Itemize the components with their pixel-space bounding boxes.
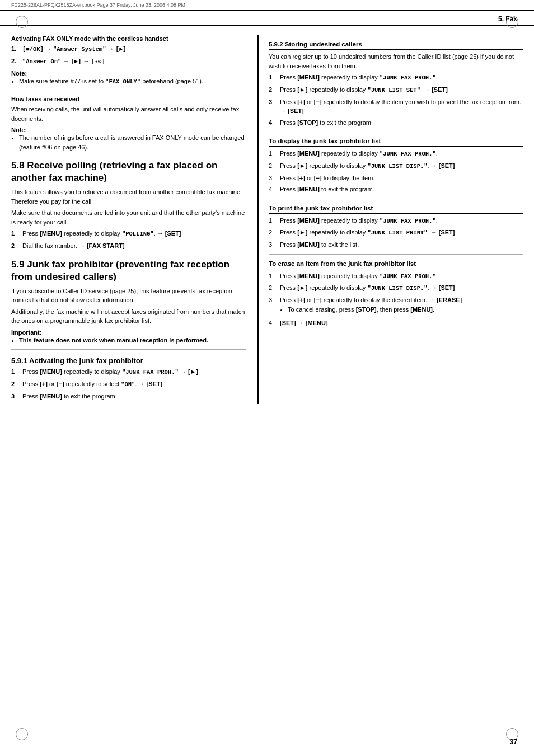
note-bullet-2: The number of rings before a call is ans…	[19, 133, 246, 152]
on-code: "ON"	[121, 381, 135, 388]
step1-answer-system: "Answer System"	[53, 46, 106, 53]
section-58-text2: Make sure that no documents are fed into…	[11, 208, 246, 227]
left-column: Activating FAX ONLY mode with the cordle…	[11, 35, 246, 404]
stop-erase: [STOP]	[356, 306, 377, 313]
step-2-58: 2 Dial the fax number. → [FAX START]	[11, 241, 246, 251]
erase-content-3: Press [+] or [−] repeatedly to display t…	[280, 295, 462, 316]
step-58-content-1: Press [MENU] repeatedly to display "POLL…	[22, 229, 246, 239]
step-591-num-2: 2	[11, 379, 19, 389]
set-592-3: [SET]	[288, 107, 304, 114]
step-591-content-1: Press [MENU] repeatedly to display "JUNK…	[22, 367, 246, 377]
divider-1	[11, 91, 246, 91]
menu-bold-1: [MENU]	[40, 230, 62, 237]
section-592: 5.9.2 Storing undesired callers You can …	[269, 41, 523, 127]
erase-content-1: Press [MENU] repeatedly to display "JUNK…	[280, 271, 438, 281]
section-591-steps: 1 Press [MENU] repeatedly to display "JU…	[11, 367, 246, 401]
print-step-2: 2. Press [►] repeatedly to display "JUNK…	[269, 228, 523, 238]
step-2-592: 2 Press [►] repeatedly to display "JUNK …	[269, 85, 523, 95]
step1-code: [■/OK]	[22, 46, 44, 53]
menu-erase-4: [MENU]	[306, 320, 328, 326]
step-591-content-2: Press [+] or [−] repeatedly to select "O…	[22, 379, 246, 389]
section-592-steps: 1 Press [MENU] repeatedly to display "JU…	[269, 73, 523, 127]
header-bar: FC225-226AL-PFQX2518ZA-en.book Page 37 F…	[0, 0, 534, 11]
print-num-1: 1.	[269, 216, 277, 226]
section-591-title: 5.9.1 Activating the junk fax prohibitor	[11, 356, 246, 365]
plus-erase: [+]	[297, 297, 305, 303]
erase-num-3: 3.	[269, 295, 277, 316]
divider-2	[11, 349, 246, 350]
step-592-content-4: Press [STOP] to exit the program.	[280, 118, 523, 128]
step-2-activating: 2. "Answer On" → [►] → [✦⊙]	[11, 57, 246, 67]
section-59: 5.9 Junk fax prohibitor (preventing fax …	[11, 259, 246, 345]
set-disp-2: [SET]	[439, 162, 455, 169]
note-bullets-1: Make sure feature #77 is set to "FAX ONL…	[19, 77, 246, 87]
erase-num-1: 1.	[269, 271, 277, 281]
section-591: 5.9.1 Activating the junk fax prohibitor…	[11, 356, 246, 401]
corner-decoration-tr	[506, 16, 518, 28]
menu-disp-4: [MENU]	[297, 186, 320, 192]
step-591-num-1: 1	[11, 367, 19, 377]
important-block: Important: This feature does not work wh…	[11, 329, 246, 345]
stop-592: [STOP]	[297, 119, 318, 126]
erase-bullets: To cancel erasing, press [STOP], then pr…	[288, 305, 462, 314]
step-58-content-2: Dial the fax number. → [FAX START]	[22, 241, 246, 251]
erase-step-1: 1. Press [MENU] repeatedly to display "J…	[269, 271, 523, 281]
erase-junk-title: To erase an item from the junk fax prohi…	[269, 260, 523, 269]
how-faxes-title: How faxes are received	[11, 96, 246, 102]
step-content-2: "Answer On" → [►] → [✦⊙]	[22, 57, 246, 67]
divider-r1	[269, 132, 523, 132]
section-print-junk: To print the junk fax prohibitor list 1.…	[269, 205, 523, 250]
display-content-3: Press [+] or [−] to display the item.	[280, 173, 374, 183]
display-step-1: 1. Press [MENU] repeatedly to display "J…	[269, 149, 523, 159]
display-num-3: 3.	[269, 173, 277, 183]
display-junk-title: To display the junk fax prohibitor list	[269, 138, 523, 147]
section-59-text1: If you subscribe to Caller ID service (p…	[11, 287, 246, 305]
erase-junk-steps: 1. Press [MENU] repeatedly to display "J…	[269, 271, 523, 328]
step-592-content-1: Press [MENU] repeatedly to display "JUNK…	[280, 73, 523, 83]
minus-591: [−]	[57, 381, 64, 387]
display-num-2: 2.	[269, 161, 277, 171]
step-2-591: 2 Press [+] or [−] repeatedly to select …	[11, 379, 246, 389]
arrow-print-2: [►]	[297, 229, 307, 236]
junk-fax-proh-disp1: "JUNK FAX PROH."	[380, 151, 436, 157]
page-number: 37	[510, 738, 517, 746]
step2-symbol: [✦⊙]	[91, 58, 105, 65]
print-content-2: Press [►] repeatedly to display "JUNK LI…	[280, 228, 455, 238]
set-erase-4: [SET]	[280, 320, 296, 326]
menu-print-1: [MENU]	[297, 217, 320, 224]
important-bullets: This feature does not work when manual r…	[19, 336, 246, 345]
menu-erase-cancel: [MENU]	[410, 306, 433, 313]
display-junk-steps: 1. Press [MENU] repeatedly to display "J…	[269, 149, 523, 194]
note-bullet-1: Make sure feature #77 is set to "FAX ONL…	[19, 77, 246, 87]
erase-num-2: 2.	[269, 283, 277, 293]
step-1-591: 1 Press [MENU] repeatedly to display "JU…	[11, 367, 246, 377]
main-content: Activating FAX ONLY mode with the cordle…	[0, 26, 534, 413]
step-592-num-1: 1	[269, 73, 277, 83]
step-591-content-3: Press [MENU] to exit the program.	[22, 392, 246, 401]
menu-print-3: [MENU]	[297, 241, 320, 248]
how-faxes-note: Note: The number of rings before a call …	[11, 126, 246, 152]
section-59-text2: Additionally, the fax machine will not a…	[11, 307, 246, 326]
print-junk-steps: 1. Press [MENU] repeatedly to display "J…	[269, 216, 523, 250]
display-num-1: 1.	[269, 149, 277, 159]
set-592-2: [SET]	[432, 86, 448, 93]
activating-fax-title: Activating FAX ONLY mode with the cordle…	[11, 35, 246, 42]
set-591: [SET]	[147, 381, 163, 387]
corner-decoration-bl	[16, 728, 28, 740]
how-faxes-text: When receiving calls, the unit will auto…	[11, 105, 246, 123]
arrow-erase-2: [►]	[297, 284, 307, 291]
step-content-1: [■/OK] → "Answer System" → [►]	[22, 44, 246, 54]
junk-fax-proh-print1: "JUNK FAX PROH."	[380, 218, 436, 224]
step-592-content-3: Press [+] or [−] repeatedly to display t…	[280, 97, 523, 116]
section-58-text1: This feature allows you to retrieve a do…	[11, 187, 246, 206]
display-num-4: 4.	[269, 185, 277, 194]
step-3-591: 3 Press [MENU] to exit the program.	[11, 392, 246, 401]
set-erase-2: [SET]	[439, 284, 455, 291]
step-1-592: 1 Press [MENU] repeatedly to display "JU…	[269, 73, 523, 83]
important-bullet: This feature does not work when manual r…	[19, 336, 246, 345]
polling-code: "POLLING"	[122, 231, 154, 237]
note-label-1: Note:	[11, 70, 27, 77]
section-erase-junk: To erase an item from the junk fax prohi…	[269, 260, 523, 328]
display-step-4: 4. Press [MENU] to exit the program.	[269, 185, 523, 194]
corner-decoration-tl	[16, 16, 28, 28]
